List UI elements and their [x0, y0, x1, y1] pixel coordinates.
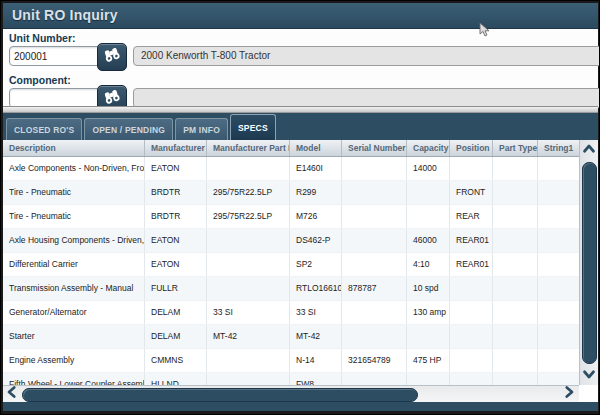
bottom-bar [3, 402, 598, 411]
table-cell: 878787 [342, 277, 407, 300]
table-cell [342, 157, 407, 180]
tab-specs[interactable]: SPECS [230, 114, 276, 140]
table-row[interactable]: Engine AssemblyCMMNSN-14321654789475 HP [3, 349, 579, 373]
column-header-manufacturer[interactable]: Manufacturer [145, 140, 207, 156]
table-cell: FULLR [145, 277, 207, 300]
table-cell [342, 205, 407, 228]
table-row[interactable]: Tire - PneumaticBRDTR295/75R22.5LPR299FR… [3, 181, 579, 205]
vertical-scroll-thumb[interactable] [582, 162, 597, 364]
table-cell: Generator/Alternator [3, 301, 145, 324]
table-cell: Axle Components - Non-Driven, Front [3, 157, 145, 180]
table-row[interactable]: Tire - PneumaticBRDTR295/75R22.5LPM726RE… [3, 205, 579, 229]
scroll-left-button[interactable] [3, 386, 21, 402]
column-header-serial-number[interactable]: Serial Number [342, 140, 407, 156]
unit-number-label: Unit Number: [9, 32, 76, 44]
horizontal-scroll-thumb[interactable] [22, 388, 418, 402]
table-cell: 46000 [407, 229, 450, 252]
table-row[interactable]: Differential CarrierEATONSP24:10REAR01 [3, 253, 579, 277]
table-cell [207, 253, 290, 276]
table-cell: Starter [3, 325, 145, 348]
vertical-scrollbar[interactable] [579, 140, 598, 385]
tab-pm-info[interactable]: PM INFO [175, 118, 228, 140]
binoculars-icon [103, 46, 121, 68]
unit-description-field: 2000 Kenworth T-800 Tractor [133, 46, 600, 66]
table-cell: REAR [450, 205, 493, 228]
table-cell: EATON [145, 253, 207, 276]
column-header-description[interactable]: Description [3, 140, 145, 156]
column-header-string1[interactable]: String1 [538, 140, 579, 156]
table-cell [493, 277, 538, 300]
table-cell [207, 373, 290, 385]
table-cell: EATON [145, 229, 207, 252]
table-cell: 33 SI [290, 301, 342, 324]
table-cell: 33 SI [207, 301, 290, 324]
table-cell: Engine Assembly [3, 349, 145, 372]
tab-open-pending[interactable]: OPEN / PENDING [84, 118, 173, 140]
column-header-manufacturer-part-id[interactable]: Manufacturer Part ID [207, 140, 290, 156]
table-row[interactable]: Axle Housing Components - Driven, RearEA… [3, 229, 579, 253]
table-cell: 295/75R22.5LP [207, 205, 290, 228]
table-cell: 321654789 [342, 349, 407, 372]
table-cell [493, 301, 538, 324]
column-header-part-type[interactable]: Part Type [493, 140, 538, 156]
specs-table: Description Manufacturer Manufacturer Pa… [3, 140, 579, 385]
table-cell: REAR01 [450, 253, 493, 276]
scroll-down-button[interactable] [580, 365, 598, 385]
component-label: Component: [9, 74, 71, 86]
table-cell [493, 181, 538, 204]
table-cell: DELAM [145, 301, 207, 324]
component-input[interactable] [9, 88, 101, 108]
table-cell [538, 253, 579, 276]
table-cell: MT-42 [290, 325, 342, 348]
table-cell [407, 325, 450, 348]
scroll-right-button[interactable] [560, 386, 578, 402]
table-row[interactable]: StarterDELAMMT-42MT-42 [3, 325, 579, 349]
table-cell [407, 181, 450, 204]
scroll-up-button[interactable] [580, 140, 598, 160]
column-header-capacity[interactable]: Capacity [407, 140, 450, 156]
table-cell: 14000 [407, 157, 450, 180]
table-cell: RTLO16610B [290, 277, 342, 300]
table-cell: DS462-P [290, 229, 342, 252]
table-cell: Axle Housing Components - Driven, Rear [3, 229, 145, 252]
form-panel: Unit Number: [3, 29, 598, 106]
table-cell: Tire - Pneumatic [3, 181, 145, 204]
table-row[interactable]: Axle Components - Non-Driven, FrontEATON… [3, 157, 579, 181]
table-cell [342, 301, 407, 324]
table-cell [450, 157, 493, 180]
chevron-down-icon [582, 366, 596, 384]
panel-divider [3, 106, 598, 113]
column-header-model[interactable]: Model [290, 140, 342, 156]
tab-bar: CLOSED RO'S OPEN / PENDING PM INFO SPECS [3, 113, 598, 140]
table-cell: Differential Carrier [3, 253, 145, 276]
table-cell [538, 181, 579, 204]
table-cell: 295/75R22.5LP [207, 181, 290, 204]
table-cell [493, 229, 538, 252]
table-cell: REAR01 [450, 229, 493, 252]
title-bar: Unit RO Inquiry [3, 3, 598, 29]
unit-number-input[interactable] [9, 46, 101, 66]
table-cell [450, 349, 493, 372]
table-cell [450, 373, 493, 385]
column-header-position[interactable]: Position [450, 140, 493, 156]
table-cell [407, 205, 450, 228]
table-row[interactable]: Transmission Assembly - ManualFULLRRTLO1… [3, 277, 579, 301]
table-cell [538, 229, 579, 252]
table-row[interactable]: Fifth Wheel - Lower Coupler AssemblyHLLN… [3, 373, 579, 385]
table-cell: CMMNS [145, 349, 207, 372]
table-cell [493, 325, 538, 348]
table-cell [407, 373, 450, 385]
table-cell [538, 277, 579, 300]
table-cell [450, 325, 493, 348]
page-title: Unit RO Inquiry [3, 3, 118, 23]
table-cell: M726 [290, 205, 342, 228]
table-row[interactable]: Generator/AlternatorDELAM33 SI33 SI130 a… [3, 301, 579, 325]
horizontal-scrollbar[interactable] [3, 385, 580, 402]
table-cell: HLLND [145, 373, 207, 385]
tab-closed-ros[interactable]: CLOSED RO'S [6, 118, 82, 140]
table-cell: MT-42 [207, 325, 290, 348]
table-cell: N-14 [290, 349, 342, 372]
unit-search-button[interactable] [97, 43, 127, 71]
table-cell [538, 205, 579, 228]
table-cell: 475 HP [407, 349, 450, 372]
